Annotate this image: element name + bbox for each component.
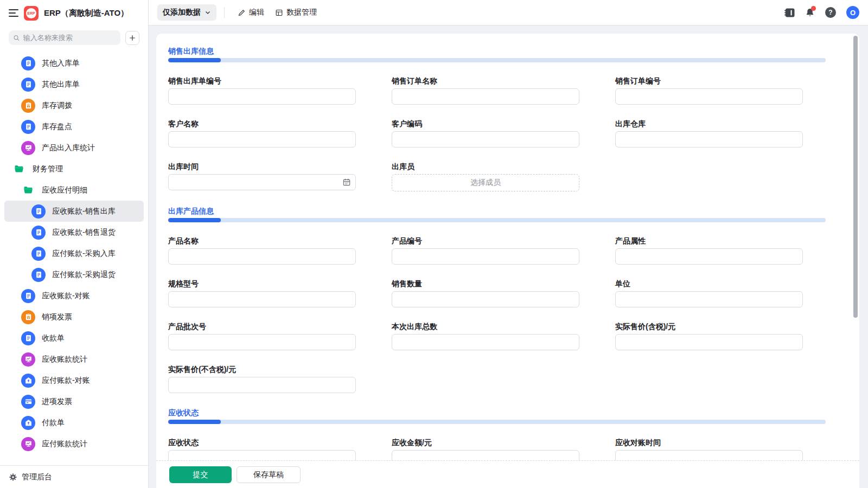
document-icon bbox=[31, 226, 46, 240]
search-box[interactable] bbox=[9, 30, 120, 45]
sales-order-name-input[interactable] bbox=[392, 88, 579, 105]
field-sales-outbound-no: 销售出库单编号 bbox=[168, 76, 356, 105]
section-title: 出库产品信息 bbox=[168, 206, 826, 216]
unit-input[interactable] bbox=[615, 291, 803, 307]
batch-no-input[interactable] bbox=[168, 334, 356, 350]
field-customer-name: 客户名称 bbox=[168, 119, 356, 147]
product-no-input[interactable] bbox=[392, 248, 579, 265]
folder-icon bbox=[21, 183, 35, 197]
product-attr-input[interactable] bbox=[615, 248, 803, 265]
field-unit: 单位 bbox=[615, 279, 803, 307]
sales-order-no-input[interactable] bbox=[615, 88, 803, 105]
admin-backend-button[interactable]: 管理后台 bbox=[0, 465, 148, 488]
chart-icon bbox=[21, 141, 35, 155]
calendar-icon[interactable] bbox=[342, 178, 351, 187]
house-icon bbox=[21, 416, 35, 430]
sales-outbound-no-input[interactable] bbox=[168, 88, 356, 105]
spec-model-input[interactable] bbox=[168, 291, 356, 307]
user-avatar[interactable]: O bbox=[846, 6, 859, 19]
sidebar-item-ar-sales-outbound[interactable]: 应收账款-销售出库 bbox=[4, 201, 144, 222]
sidebar-item-other-outbound[interactable]: 其他出库单 bbox=[4, 74, 144, 95]
field-product-attr: 产品属性 bbox=[615, 236, 803, 265]
toolbar-divider bbox=[224, 7, 225, 18]
sidebar-item-ar-sales-return[interactable]: 应收账款-销售退货 bbox=[4, 222, 144, 243]
select-member-button[interactable]: 选择成员 bbox=[392, 174, 579, 191]
sidebar-item-ar-reconciliation[interactable]: 应收账款-对账 bbox=[4, 285, 144, 306]
sidebar-item-payment-doc[interactable]: 付款单 bbox=[4, 412, 144, 433]
vertical-scrollbar[interactable] bbox=[853, 36, 858, 318]
topbar: 仅添加数据 编辑 数据管理 bbox=[149, 0, 868, 25]
field-product-name: 产品名称 bbox=[168, 236, 356, 265]
product-name-input[interactable] bbox=[168, 248, 356, 265]
clipboard-icon bbox=[21, 99, 35, 113]
document-icon bbox=[21, 78, 35, 92]
app-logo-text: ERP bbox=[26, 8, 36, 18]
sidebar-item-ap-stats[interactable]: 应付账款统计 bbox=[4, 433, 144, 454]
customer-code-input[interactable] bbox=[392, 131, 579, 147]
chevron-down-icon bbox=[205, 9, 211, 16]
customer-name-input[interactable] bbox=[168, 131, 356, 147]
field-outbound-total: 本次出库总数 bbox=[392, 322, 579, 350]
sidebar: ERP ERP（离散制造-ATO） 其他入库单 其他出库单 库 bbox=[0, 0, 149, 488]
sidebar-item-ap-purchase-inbound[interactable]: 应付账款-采购入库 bbox=[4, 243, 144, 264]
sidebar-item-inventory-count[interactable]: 库存盘点 bbox=[4, 116, 144, 137]
data-manage-button[interactable]: 数据管理 bbox=[270, 4, 322, 21]
form-footer: 提交 保存草稿 bbox=[156, 460, 859, 488]
field-price-without-tax: 实际售价(不含税)/元 bbox=[168, 365, 356, 393]
sidebar-item-ap-purchase-return[interactable]: 应付账款-采购退货 bbox=[4, 264, 144, 285]
sidebar-item-other-inbound[interactable]: 其他入库单 bbox=[4, 53, 144, 74]
submit-button[interactable]: 提交 bbox=[169, 466, 232, 483]
side-panel-toggle-icon[interactable] bbox=[784, 8, 795, 17]
section-receivable-status: 应收状态 应收状态 应收金额/元 应收对账时间 bbox=[168, 408, 826, 466]
sidebar-folder-ar-ap-detail[interactable]: 应收应付明细 bbox=[4, 179, 144, 201]
mode-dropdown-button[interactable]: 仅添加数据 bbox=[157, 4, 216, 21]
section-sales-outbound-info: 销售出库信息 销售出库单编号 销售订单名称 销售订单编号 bbox=[168, 46, 826, 191]
hamburger-menu-icon[interactable] bbox=[9, 9, 18, 17]
outbound-time-input[interactable] bbox=[168, 174, 356, 190]
edit-button[interactable]: 编辑 bbox=[232, 4, 270, 21]
save-draft-button[interactable]: 保存草稿 bbox=[237, 466, 301, 483]
sidebar-item-ap-reconciliation[interactable]: 应付账款-对账 bbox=[4, 370, 144, 391]
chart-icon bbox=[21, 437, 35, 451]
field-outbound-warehouse: 出库仓库 bbox=[615, 119, 803, 147]
sidebar-search-row bbox=[0, 26, 148, 50]
price-without-tax-input[interactable] bbox=[168, 377, 356, 393]
sidebar-item-receipt-doc[interactable]: 收款单 bbox=[4, 328, 144, 349]
section-progress-bar bbox=[168, 58, 826, 62]
outbound-warehouse-input[interactable] bbox=[615, 131, 803, 147]
sidebar-item-input-invoice[interactable]: 进项发票 bbox=[4, 391, 144, 412]
sidebar-item-ar-stats[interactable]: 应收账款统计 bbox=[4, 349, 144, 370]
section-progress-bar bbox=[168, 218, 826, 222]
document-icon bbox=[31, 268, 46, 282]
topbar-right: ? O bbox=[784, 6, 859, 19]
gear-icon bbox=[9, 473, 17, 481]
sidebar-nav: 其他入库单 其他出库单 库存调拨 库存盘点 产品出入库统计 财务管理 应收应付明… bbox=[0, 50, 148, 465]
house-icon bbox=[21, 374, 35, 388]
sales-qty-input[interactable] bbox=[392, 291, 579, 307]
sidebar-item-inventory-transfer[interactable]: 库存调拨 bbox=[4, 95, 144, 116]
content-area: 销售出库信息 销售出库单编号 销售订单名称 销售订单编号 bbox=[149, 25, 868, 488]
field-outbound-staff: 出库员 选择成员 bbox=[392, 162, 579, 191]
document-icon bbox=[21, 56, 35, 70]
clipboard-icon bbox=[21, 310, 35, 324]
section-outbound-product-info: 出库产品信息 产品名称 产品编号 产品属性 bbox=[168, 206, 826, 393]
document-icon bbox=[31, 204, 46, 219]
sidebar-folder-finance[interactable]: 财务管理 bbox=[4, 158, 144, 179]
document-icon bbox=[31, 247, 46, 261]
sidebar-item-output-invoice[interactable]: 销项发票 bbox=[4, 306, 144, 328]
card-icon bbox=[21, 395, 35, 409]
help-icon[interactable]: ? bbox=[825, 7, 836, 18]
field-sales-order-name: 销售订单名称 bbox=[392, 76, 579, 105]
add-button[interactable] bbox=[125, 31, 139, 45]
search-input[interactable] bbox=[23, 34, 116, 42]
field-outbound-time: 出库时间 bbox=[168, 162, 356, 191]
field-customer-code: 客户编码 bbox=[392, 119, 579, 147]
outbound-total-input[interactable] bbox=[392, 334, 579, 350]
chart-icon bbox=[21, 352, 35, 367]
main-area: 仅添加数据 编辑 数据管理 bbox=[149, 0, 868, 488]
notification-bell-icon[interactable] bbox=[805, 8, 815, 17]
sidebar-item-product-io-stats[interactable]: 产品出入库统计 bbox=[4, 137, 144, 158]
folder-icon bbox=[12, 162, 26, 176]
price-with-tax-input[interactable] bbox=[615, 334, 803, 350]
section-title: 销售出库信息 bbox=[168, 46, 826, 56]
